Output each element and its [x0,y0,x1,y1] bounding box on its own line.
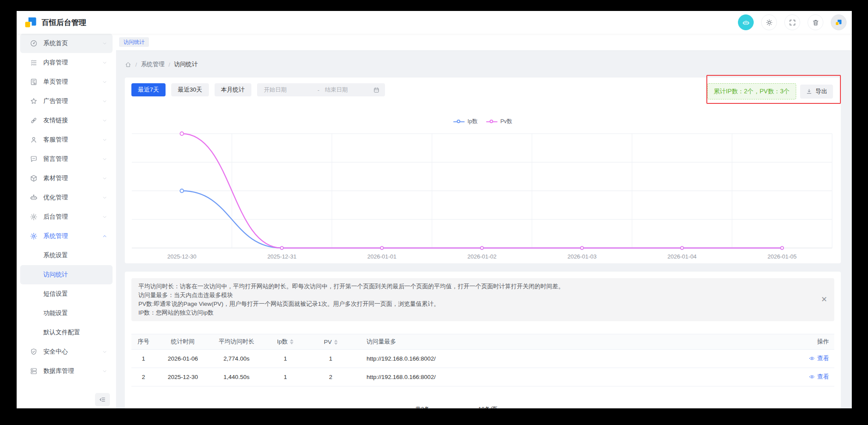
sidebar-item-11[interactable]: 安全中心 [20,342,113,361]
column-header-PV[interactable]: PV [308,339,353,345]
range-button-最近7天[interactable]: 最近7天 [131,83,166,96]
gauge-icon [30,39,38,47]
sidebar-item-12[interactable]: 数据库管理 [20,361,113,381]
view-label: 查看 [817,354,829,362]
chevron-up-icon [102,234,107,239]
table-row: 12026-01-062,774.00s11http://192.168.0.1… [131,350,834,368]
sort-icon[interactable] [290,339,293,344]
home-icon[interactable] [125,61,131,68]
trash-button[interactable] [808,14,823,30]
column-header-label: 操作 [817,338,829,345]
app-window: 百恒后台管理 系统首页内容管理单页管理广告管理友情链接客服管理留言管理素材管理优… [17,11,852,408]
fullscreen-button[interactable] [784,14,800,30]
export-button[interactable]: 导出 [800,85,833,99]
robot-assistant-button[interactable] [738,14,754,30]
x-axis-label: 2026-01-05 [768,253,797,260]
data-point-Pv数[interactable] [480,247,483,250]
sidebar-subitem-label: 功能设置 [43,309,68,317]
data-point-Pv数[interactable] [780,247,783,250]
cell-ip: 1 [263,374,308,380]
sidebar-item-7[interactable]: 素材管理 [20,169,113,188]
column-header-Ip数[interactable]: Ip数 [263,338,308,346]
date-range-picker[interactable]: 开始日期 - 结束日期 [257,83,385,96]
data-point-Pv数[interactable] [581,247,584,250]
view-link[interactable]: 查看 [809,354,829,362]
sidebar-item-10[interactable]: 系统管理 [20,227,113,246]
gear-icon [30,213,38,221]
column-header-label: 序号 [138,338,149,345]
sidebar-item-8[interactable]: 优化管理 [20,188,113,207]
sidebar-subitem-1[interactable]: 访问统计 [20,265,113,284]
user-avatar [834,18,843,27]
sidebar-item-4[interactable]: 友情链接 [20,111,113,130]
x-axis-label: 2026-01-02 [467,253,497,260]
theme-sun-button[interactable] [761,14,777,30]
header-actions [738,14,847,30]
sidebar-subitem-4[interactable]: 默认文件配置 [20,323,113,342]
column-header-label: 统计时间 [171,338,195,345]
stats-card: ✕ 平均访问时长：访客在一次访问中，平均打开网站的时长。即每次访问中，打开第一个… [125,272,841,408]
date-end-placeholder[interactable]: 结束日期 [325,86,373,94]
cell-date: 2026-01-06 [155,355,210,362]
sort-icon[interactable] [334,340,338,345]
cube-icon [30,174,38,182]
database-icon [30,367,38,375]
x-axis-label: 2026-01-04 [667,253,697,260]
sidebar-item-3[interactable]: 广告管理 [20,92,113,111]
user-avatar[interactable] [831,14,847,30]
chevron-down-icon [102,137,107,142]
pagination-page-size[interactable]: 10条/页 [478,405,498,408]
data-point-Pv数[interactable] [280,247,283,250]
app-title: 百恒后台管理 [42,18,86,28]
sidebar: 系统首页内容管理单页管理广告管理友情链接客服管理留言管理素材管理优化管理后台管理… [17,34,116,408]
calendar-icon [373,87,380,93]
sidebar-subitem-label: 短信设置 [43,290,68,298]
sidebar-subitem-0[interactable]: 系统设置 [20,246,113,265]
legend-label: Pv数 [500,118,512,125]
sidebar-item-label: 素材管理 [43,174,68,182]
legend-item-Pv数[interactable]: Pv数 [486,118,512,125]
sidebar-item-5[interactable]: 客服管理 [20,130,113,149]
chevron-down-icon [102,349,107,354]
column-header-label: 访问量最多 [367,338,396,345]
sidebar-item-1[interactable]: 内容管理 [20,53,113,72]
sidebar-item-label: 数据库管理 [43,367,74,375]
chevron-down-icon [102,99,107,104]
sidebar-item-9[interactable]: 后台管理 [20,207,113,227]
collapse-sidebar-icon [99,396,106,403]
theme-sun-icon [766,19,773,26]
visits-table: 序号统计时间平均访问时长Ip数PV访问量最多操作12026-01-062,774… [131,334,834,386]
main-content: 访问统计 / 系统管理 / 访问统计 最近7天最近30天本月统计 开始日期 - … [116,34,852,408]
data-point-Pv数[interactable] [681,247,684,250]
column-header-访问量最多: 访问量最多 [353,338,773,346]
page-icon [30,78,38,86]
table-header-row: 序号统计时间平均访问时长Ip数PV访问量最多操作 [131,334,834,350]
chevron-down-icon [102,176,107,181]
sidebar-item-2[interactable]: 单页管理 [20,72,113,92]
data-point-Pv数[interactable] [180,132,183,135]
breadcrumb-item-current: 访问统计 [174,60,198,68]
breadcrumb-separator: / [135,61,137,68]
range-button-本月统计[interactable]: 本月统计 [215,83,251,96]
sidebar-item-6[interactable]: 留言管理 [20,149,113,169]
legend-item-Ip数[interactable]: Ip数 [453,118,477,125]
sidebar-subitem-2[interactable]: 短信设置 [20,284,113,304]
tab-bar: 访问统计 [116,34,852,51]
range-button-最近30天[interactable]: 最近30天 [171,83,209,96]
tab-访问统计[interactable]: 访问统计 [119,37,149,47]
breadcrumb-item[interactable]: 系统管理 [141,60,165,68]
close-notice-icon[interactable]: ✕ [821,296,827,303]
legend-marker-icon [486,120,498,124]
totals-summary-badge: 累计IP数：2个，PV数：3个 [707,83,796,99]
data-point-Pv数[interactable] [381,247,384,250]
visits-line-chart: 2025-12-302025-12-312026-01-012026-01-02… [125,130,841,262]
collapse-sidebar-button[interactable] [95,393,110,406]
cell-index: 1 [131,355,155,362]
date-start-placeholder[interactable]: 开始日期 [264,86,312,94]
data-point-Ip数[interactable] [180,189,183,193]
view-link[interactable]: 查看 [809,373,829,381]
sidebar-item-0[interactable]: 系统首页 [20,34,113,53]
robot-icon [30,194,38,202]
sidebar-subitem-3[interactable]: 功能设置 [20,304,113,323]
list-icon [30,59,38,67]
